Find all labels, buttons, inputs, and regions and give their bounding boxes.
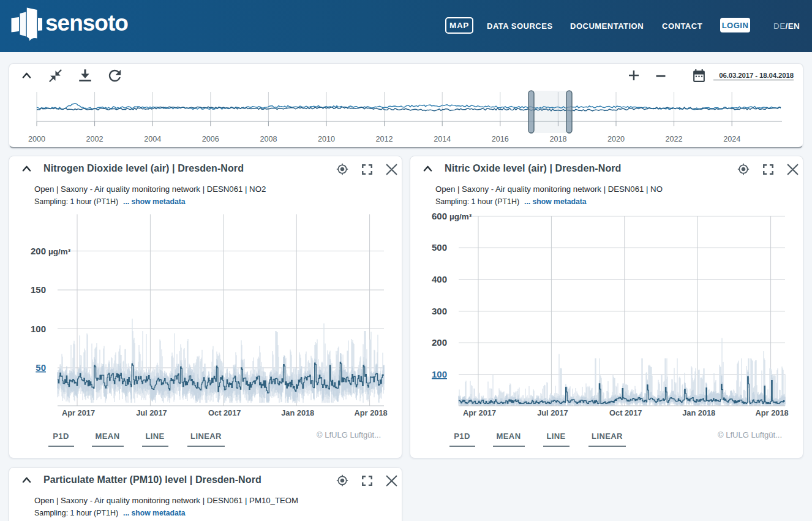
- svg-text:2010: 2010: [318, 135, 335, 143]
- svg-text:2014: 2014: [434, 135, 451, 143]
- svg-text:100: 100: [432, 369, 447, 379]
- svg-text:Oct 2017: Oct 2017: [609, 408, 642, 417]
- svg-text:50: 50: [36, 362, 46, 373]
- svg-text:2006: 2006: [202, 135, 219, 143]
- svg-text:2004: 2004: [144, 135, 161, 143]
- svg-text:2016: 2016: [492, 135, 509, 143]
- svg-text:Apr 2018: Apr 2018: [355, 408, 388, 417]
- svg-text:150: 150: [31, 284, 46, 295]
- svg-text:2012: 2012: [376, 135, 393, 143]
- svg-text:2000: 2000: [28, 135, 45, 143]
- svg-text:Apr 2017: Apr 2017: [463, 408, 496, 417]
- svg-text:500: 500: [432, 242, 447, 253]
- svg-text:Oct 2017: Oct 2017: [208, 408, 241, 417]
- svg-text:400: 400: [432, 274, 447, 284]
- svg-text:2018: 2018: [549, 135, 566, 143]
- svg-text:Jul 2017: Jul 2017: [136, 408, 167, 417]
- svg-text:µg/m³: µg/m³: [449, 212, 472, 221]
- svg-text:200: 200: [432, 337, 447, 348]
- svg-text:Apr 2017: Apr 2017: [62, 408, 95, 417]
- svg-text:Jan 2018: Jan 2018: [281, 408, 314, 417]
- svg-text:2022: 2022: [666, 135, 683, 143]
- svg-text:200: 200: [31, 246, 46, 256]
- svg-text:2002: 2002: [86, 135, 103, 143]
- svg-text:Apr 2018: Apr 2018: [756, 408, 789, 417]
- svg-text:Jul 2017: Jul 2017: [537, 408, 568, 417]
- svg-text:300: 300: [432, 306, 447, 316]
- svg-text:100: 100: [31, 324, 46, 334]
- svg-text:2024: 2024: [723, 135, 740, 143]
- svg-text:µg/m³: µg/m³: [48, 247, 71, 256]
- svg-text:2008: 2008: [260, 135, 277, 143]
- svg-text:2020: 2020: [607, 135, 625, 143]
- svg-text:Jan 2018: Jan 2018: [682, 408, 715, 417]
- svg-text:600: 600: [432, 211, 447, 221]
